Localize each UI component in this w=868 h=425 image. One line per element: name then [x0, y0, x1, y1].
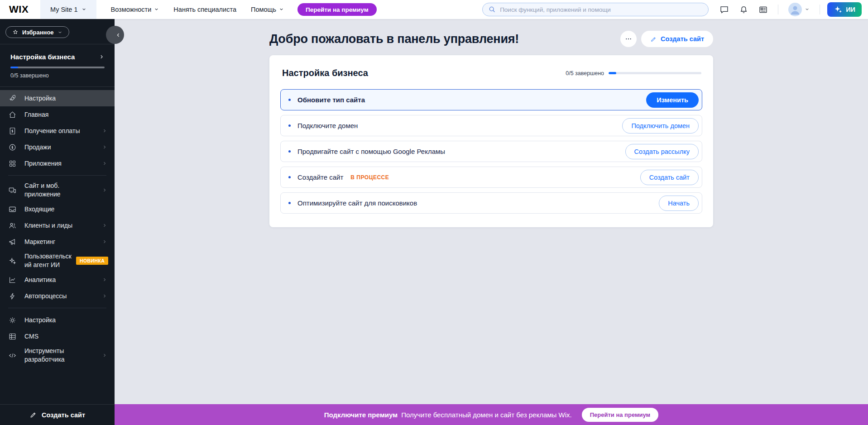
sidebar: Избранное Настройка бизнеса 0/5 завершен… [0, 19, 115, 425]
chevron-right-icon [102, 239, 107, 244]
create-site-sidebar-button[interactable]: Создать сайт [0, 404, 115, 425]
sidebar-item-label: CMS [24, 332, 38, 341]
task-action-button[interactable]: Создать рассылку [625, 144, 699, 159]
code-icon [8, 351, 17, 360]
chevron-down-icon [805, 5, 810, 14]
sidebar-item-automations[interactable]: Автопроцессы [0, 288, 115, 304]
inbox-icon [8, 205, 17, 214]
premium-banner: Подключите премиум Получите бесплатный д… [115, 404, 868, 425]
nav-features-label: Возможности [111, 6, 152, 13]
sidebar-item-ai-agent[interactable]: Пользовательск ий агент ИИ НОВИНКА [0, 250, 115, 272]
apps-grid-icon [8, 159, 17, 168]
create-site-button[interactable]: Создать сайт [641, 31, 713, 47]
main-content: Добро пожаловать в панель управления! Со… [115, 19, 868, 404]
analytics-chart-icon [8, 276, 17, 284]
divider [820, 5, 820, 14]
chevron-left-icon [115, 32, 121, 38]
notifications-bell-icon[interactable] [739, 5, 748, 14]
upgrade-premium-button[interactable]: Перейти на премиум [297, 3, 377, 16]
chevron-right-icon [102, 161, 107, 166]
task-action-button[interactable]: Начать [659, 196, 699, 211]
search-icon [488, 5, 496, 14]
sidebar-item-label: Сайт и моб. [24, 182, 59, 189]
sidebar-item-label: Приложения [24, 159, 62, 168]
search-input[interactable] [482, 3, 709, 16]
sidebar-item-label: Автопроцессы [24, 292, 67, 301]
create-site-sidebar-label: Создать сайт [42, 411, 85, 419]
sidebar-item-label: Настройка [24, 94, 56, 103]
task-row-update-site-type[interactable]: Обновите тип сайта Изменить [280, 89, 702, 110]
sidebar-item-label: Настройка [24, 316, 56, 325]
megaphone-icon [8, 238, 17, 246]
divider [8, 175, 106, 176]
task-label: Подключите домен [297, 122, 358, 129]
account-menu[interactable] [788, 3, 810, 16]
business-setup-card: Настройка бизнеса 0/5 завершено Обновите… [269, 55, 713, 227]
sidebar-collapse-button[interactable] [106, 26, 124, 44]
sidebar-item-inbox[interactable]: Входящие [0, 201, 115, 217]
sidebar-item-dev-tools[interactable]: Инструменты разработчика [0, 344, 115, 366]
sidebar-item-apps[interactable]: Приложения [0, 155, 115, 172]
banner-premium-button[interactable]: Перейти на премиум [582, 408, 659, 422]
avatar [788, 3, 802, 16]
chevron-right-icon [102, 293, 107, 299]
sidebar-item-label: Продажи [24, 143, 51, 152]
news-updates-icon[interactable] [758, 5, 768, 14]
task-row-connect-domain[interactable]: Подключите домен Подключить домен [280, 115, 702, 136]
wix-logo[interactable]: WIX [9, 4, 29, 15]
chevron-down-icon [58, 30, 62, 35]
card-progress: 0/5 завершено [566, 70, 701, 76]
chevron-right-icon [102, 223, 107, 228]
card-progress-bar [609, 72, 701, 74]
task-row-optimize-seo[interactable]: Оптимизируйте сайт для поисковиков Начат… [280, 192, 702, 214]
nav-hire-label: Нанять специалиста [173, 6, 236, 13]
ai-sparkle-icon [8, 257, 17, 265]
task-action-button[interactable]: Изменить [646, 92, 699, 108]
sidebar-item-analytics[interactable]: Аналитика [0, 272, 115, 288]
bullet-dot-icon [288, 176, 291, 178]
sidebar-item-sales[interactable]: Продажи [0, 139, 115, 155]
sidebar-item-get-paid[interactable]: Получение оплаты [0, 123, 115, 139]
business-setup-title: Настройка бизнеса [10, 53, 75, 61]
topbar-icons [719, 3, 820, 16]
pencil-icon [650, 36, 657, 43]
sidebar-item-home[interactable]: Главная [0, 106, 115, 123]
more-actions-button[interactable] [620, 31, 637, 47]
task-row-create-site[interactable]: Создайте сайт В ПРОЦЕССЕ Создать сайт [280, 167, 702, 188]
task-action-button[interactable]: Подключить домен [622, 118, 699, 134]
task-action-button[interactable]: Создать сайт [640, 170, 699, 185]
sidebar-item-marketing[interactable]: Маркетинг [0, 234, 115, 250]
lightning-bolt-icon [8, 292, 17, 301]
nav-hire-professional[interactable]: Нанять специалиста [173, 6, 236, 13]
chevron-down-icon [82, 6, 86, 13]
site-selector[interactable]: My Site 1 [40, 0, 96, 19]
sidebar-item-label-line2: разработчика [24, 356, 65, 363]
sidebar-item-label: Пользовательск [24, 253, 72, 260]
nav-features[interactable]: Возможности [111, 6, 159, 13]
sidebar-item-setup[interactable]: Настройка [0, 90, 115, 106]
sidebar-item-label: Входящие [24, 205, 54, 214]
sidebar-item-settings[interactable]: Настройка [0, 312, 115, 328]
bullet-dot-icon [288, 150, 291, 153]
business-setup-link[interactable]: Настройка бизнеса [10, 53, 105, 61]
bullet-dot-icon [288, 99, 291, 101]
card-title: Настройка бизнеса [282, 68, 368, 78]
sidebar-item-contacts-leads[interactable]: Клиенты и лиды [0, 217, 115, 234]
chevron-down-icon [154, 6, 159, 13]
chat-icon[interactable] [719, 5, 729, 14]
pencil-icon [29, 411, 37, 419]
nav-help[interactable]: Помощь [251, 6, 284, 13]
banner-text: Получите бесплатный домен и сайт без рек… [401, 411, 572, 419]
sidebar-item-label: Клиенты и лиды [24, 221, 72, 230]
sidebar-item-label: Маркетинг [24, 238, 55, 246]
chevron-right-icon [102, 277, 107, 282]
sidebar-item-cms[interactable]: CMS [0, 328, 115, 344]
banner-title: Подключите премиум [324, 411, 398, 419]
divider [778, 5, 778, 14]
task-label: Обновите тип сайта [297, 96, 365, 104]
sidebar-item-site-mobile-app[interactable]: Сайт и моб. приложение [0, 179, 115, 201]
ai-assistant-button[interactable]: ИИ [827, 2, 862, 17]
task-row-promote-google-ads[interactable]: Продвигайте сайт с помощью Google Реклам… [280, 141, 702, 162]
favorites-dropdown[interactable]: Избранное [5, 26, 69, 38]
sidebar-item-label: Аналитика [24, 276, 56, 284]
